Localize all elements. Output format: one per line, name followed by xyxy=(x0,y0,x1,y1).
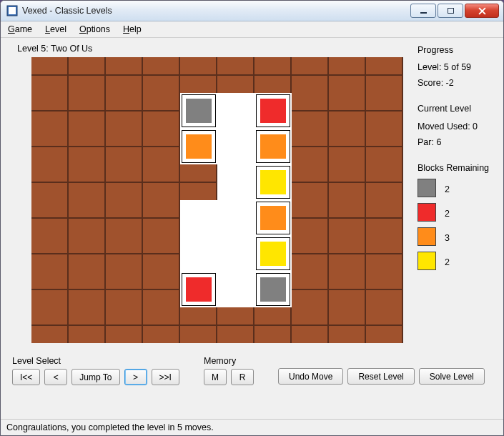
wall-cell xyxy=(366,200,403,236)
minimize-button[interactable] xyxy=(410,4,436,18)
close-button[interactable] xyxy=(465,4,499,18)
blocks-remaining-heading: Blocks Remaining xyxy=(417,162,495,174)
svg-rect-1 xyxy=(9,7,16,14)
wall-cell xyxy=(31,272,69,307)
wall-cell xyxy=(143,200,180,236)
game-board[interactable] xyxy=(31,57,403,343)
wall-cell xyxy=(292,57,329,93)
level-caption: Level 5: Two Of Us xyxy=(17,44,92,54)
menu-level[interactable]: Level xyxy=(45,24,66,34)
wall-cell xyxy=(69,129,106,164)
wall-cell xyxy=(69,307,106,343)
par: Par: 6 xyxy=(417,136,495,149)
wall-cell xyxy=(69,272,106,307)
empty-cell[interactable] xyxy=(217,272,255,307)
memory-m-button[interactable]: M xyxy=(204,369,227,385)
wall-cell xyxy=(329,57,366,93)
wall-cell xyxy=(217,307,255,343)
empty-cell[interactable] xyxy=(217,236,255,272)
menu-help[interactable]: Help xyxy=(123,24,142,34)
wall-cell xyxy=(69,164,106,200)
remaining-count: 3 xyxy=(445,232,450,244)
remaining-swatch xyxy=(417,227,436,246)
wall-cell xyxy=(69,93,106,129)
wall-cell xyxy=(31,200,69,236)
window-controls xyxy=(409,4,499,18)
wall-cell xyxy=(366,236,403,272)
wall-cell xyxy=(366,272,403,307)
progress-section: Progress Level: 5 of 59 Score: -2 xyxy=(417,44,495,89)
wall-cell xyxy=(31,57,69,93)
memory-heading: Memory xyxy=(204,356,254,366)
empty-cell[interactable] xyxy=(217,200,255,236)
wall-cell xyxy=(31,307,69,343)
wall-cell xyxy=(69,200,106,236)
solve-button[interactable]: Solve Level xyxy=(419,368,485,385)
wall-cell xyxy=(106,164,143,200)
wall-cell xyxy=(143,164,180,200)
remaining-row: 2 xyxy=(417,179,495,200)
status-text: Congraulations, you completed the level … xyxy=(6,422,214,432)
app-window: Vexed - Classic Levels Game Level Option… xyxy=(0,0,504,436)
reset-button[interactable]: Reset Level xyxy=(347,368,414,385)
memory-r-button[interactable]: R xyxy=(231,369,254,385)
wall-cell xyxy=(143,57,180,93)
wall-cell xyxy=(106,57,143,93)
block-orange[interactable] xyxy=(255,129,292,164)
last-level-button[interactable]: >>I xyxy=(152,369,179,385)
titlebar: Vexed - Classic Levels xyxy=(1,1,503,21)
wall-cell xyxy=(329,164,366,200)
app-icon xyxy=(6,5,18,16)
block-yellow[interactable] xyxy=(255,164,292,200)
block-red[interactable] xyxy=(255,93,292,129)
prev-level-button[interactable]: < xyxy=(44,369,67,385)
bottom-controls: Level Select I<< < Jump To > >>I Memory … xyxy=(12,356,492,406)
block-gray[interactable] xyxy=(255,272,292,307)
wall-cell xyxy=(366,93,403,129)
empty-cell[interactable] xyxy=(217,129,255,164)
progress-heading: Progress xyxy=(417,44,495,56)
remaining-row: 2 xyxy=(417,252,495,273)
remaining-swatch xyxy=(417,203,436,222)
menu-game[interactable]: Game xyxy=(8,24,32,34)
wall-cell xyxy=(292,129,329,164)
window-title: Vexed - Classic Levels xyxy=(22,6,409,16)
wall-cell xyxy=(366,57,403,93)
block-yellow[interactable] xyxy=(255,236,292,272)
remaining-count: 2 xyxy=(445,207,450,220)
wall-cell xyxy=(143,272,180,307)
empty-cell[interactable] xyxy=(217,164,255,200)
jumpto-button[interactable]: Jump To xyxy=(71,369,119,385)
maximize-button[interactable] xyxy=(438,4,463,18)
wall-cell xyxy=(106,129,143,164)
wall-cell xyxy=(106,93,143,129)
undo-button[interactable]: Undo Move xyxy=(278,368,343,385)
wall-cell xyxy=(180,57,217,93)
first-level-button[interactable]: I<< xyxy=(12,369,40,385)
wall-cell xyxy=(366,129,403,164)
menubar: Game Level Options Help xyxy=(1,21,503,38)
wall-cell xyxy=(255,307,292,343)
next-level-button[interactable]: > xyxy=(124,369,147,385)
wall-cell xyxy=(143,129,180,164)
client-area: Level 5: Two Of Us Progress Level: 5 of … xyxy=(1,38,503,435)
block-orange[interactable] xyxy=(255,200,292,236)
wall-cell xyxy=(143,236,180,272)
empty-cell[interactable] xyxy=(180,236,217,272)
memory-group: Memory M R xyxy=(204,356,254,385)
block-red[interactable] xyxy=(180,272,217,307)
empty-cell[interactable] xyxy=(180,200,217,236)
wall-cell xyxy=(366,307,403,343)
action-group: Undo Move Reset Level Solve Level xyxy=(278,368,485,385)
wall-cell xyxy=(106,272,143,307)
block-gray[interactable] xyxy=(180,93,217,129)
menu-options[interactable]: Options xyxy=(79,24,110,34)
wall-cell xyxy=(143,307,180,343)
wall-cell xyxy=(31,129,69,164)
blocks-remaining-section: Blocks Remaining 2232 xyxy=(417,162,495,273)
wall-cell xyxy=(329,129,366,164)
empty-cell[interactable] xyxy=(217,93,255,129)
block-orange[interactable] xyxy=(180,129,217,164)
wall-cell xyxy=(143,93,180,129)
wall-cell xyxy=(329,93,366,129)
